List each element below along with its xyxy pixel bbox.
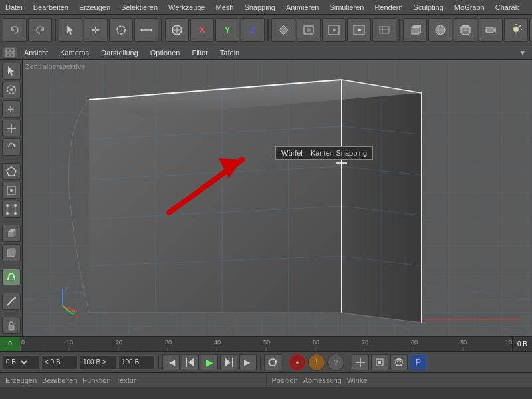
x-constraint-button[interactable]: X (190, 18, 214, 42)
warning-btn[interactable]: ! (308, 354, 325, 371)
status-textur[interactable]: Textur (116, 376, 136, 384)
bevel-btn[interactable] (2, 244, 21, 261)
timeline-end-label: 0 B (512, 337, 532, 352)
view-filter[interactable]: Filter (186, 47, 213, 58)
menu-simulieren[interactable]: Simulieren (324, 2, 369, 13)
svg-point-30 (513, 27, 519, 32)
render-all-button[interactable] (347, 18, 371, 42)
viewport-icon-btn[interactable] (3, 47, 17, 59)
menu-rendern[interactable]: Rendern (369, 2, 408, 13)
toolbar: ✛ X Y Z (0, 15, 532, 45)
scale-btn[interactable] (2, 120, 21, 137)
menu-sculpting[interactable]: Sculpting (408, 2, 449, 13)
sphere-button[interactable] (428, 18, 452, 42)
record-btn[interactable]: ● (289, 354, 306, 371)
snap-settings-btn[interactable] (371, 354, 388, 370)
status-bearbeiten[interactable]: Bearbeiten (42, 376, 77, 384)
undo-button[interactable] (3, 18, 27, 42)
view-tafeln[interactable]: Tafeln (215, 47, 245, 58)
knife-btn[interactable] (2, 293, 21, 310)
menu-mograph[interactable]: MoGraph (449, 2, 490, 13)
svg-text:70: 70 (362, 339, 368, 346)
point-btn[interactable] (2, 201, 21, 218)
menu-bearbeiten[interactable]: Bearbeiten (28, 2, 74, 13)
select-tool-btn[interactable] (2, 63, 21, 80)
loop-btn[interactable] (264, 354, 281, 370)
animation-settings-btn[interactable] (390, 354, 408, 370)
transport-field-4[interactable]: 100 B (118, 355, 155, 370)
menu-snapping[interactable]: Snapping (239, 2, 281, 13)
y-constraint-button[interactable]: Y (215, 18, 239, 42)
menu-datei[interactable]: Datei (0, 2, 28, 13)
light-button[interactable] (504, 18, 528, 42)
viewport-options-btn[interactable]: ▼ (516, 47, 529, 59)
anim-key-button[interactable] (271, 18, 295, 42)
status-erzeugen[interactable]: Erzeugen (5, 376, 37, 384)
z-constraint-button[interactable]: Z (241, 18, 265, 42)
lock-btn[interactable] (2, 317, 21, 334)
prev-keyframe-btn[interactable] (182, 354, 199, 370)
view-optionen[interactable]: Optionen (145, 47, 186, 58)
svg-marker-13 (332, 28, 336, 32)
transport-field-3[interactable]: 100 B > (80, 355, 116, 370)
play-btn[interactable]: ▶ (201, 354, 218, 370)
render-settings-button[interactable] (372, 18, 396, 42)
menu-werkzeuge[interactable]: Werkzeuge (163, 2, 210, 13)
camera-button[interactable] (479, 18, 503, 42)
3d-viewport[interactable]: Zentralperspektive (23, 60, 532, 336)
move-btn[interactable]: ✛ (2, 100, 21, 118)
live-selection-btn[interactable] (2, 82, 21, 99)
redo-button[interactable] (28, 18, 52, 42)
svg-marker-29 (493, 27, 496, 33)
svg-marker-9 (279, 25, 288, 35)
view-ansicht[interactable]: Ansicht (19, 47, 53, 58)
transport-field-2[interactable]: < 0 B (41, 355, 78, 370)
timeline-ruler[interactable]: 0 10 20 30 40 50 60 70 80 90 100 (20, 337, 512, 352)
svg-rect-72 (9, 325, 14, 330)
magnet-btn[interactable] (2, 269, 21, 286)
viewport-perspective-label: Zentralperspektive (25, 63, 86, 70)
transport-sep-4 (348, 355, 348, 370)
scale-tool-button[interactable] (134, 18, 158, 42)
info-btn[interactable]: ? (327, 354, 344, 371)
transport-field-1[interactable]: 0 B B (3, 355, 39, 370)
edge-btn[interactable] (2, 182, 21, 199)
next-frame-end-btn[interactable]: ▶| (239, 354, 257, 370)
svg-marker-50 (8, 66, 14, 76)
view-darstellung[interactable]: Darstellung (96, 47, 144, 58)
cursor-tool-button[interactable] (59, 18, 82, 42)
cylinder-button[interactable] (454, 18, 477, 42)
svg-marker-21 (418, 25, 421, 34)
null-button[interactable] (165, 18, 189, 42)
menu-charak[interactable]: Charak (490, 2, 524, 13)
svg-text:10: 10 (66, 339, 73, 346)
menu-mesh[interactable]: Mesh (210, 2, 239, 13)
svg-rect-47 (11, 49, 14, 52)
menubar: Datei Bearbeiten Erzeugen Selektieren We… (0, 0, 532, 15)
menu-animieren[interactable]: Animieren (281, 2, 325, 13)
view-kameras[interactable]: Kameras (55, 47, 94, 58)
render-btn[interactable]: P (410, 354, 427, 370)
svg-text:Z: Z (72, 310, 76, 317)
svg-point-59 (10, 189, 13, 192)
polygon-btn[interactable] (2, 163, 21, 180)
coord-btn[interactable] (352, 354, 369, 370)
next-keyframe-btn[interactable] (220, 354, 237, 370)
status-winkel-label: Winkel (347, 376, 369, 384)
rotate-tool-button[interactable] (109, 18, 133, 42)
menu-erzeugen[interactable]: Erzeugen (74, 2, 116, 13)
render-view-button[interactable] (297, 18, 321, 42)
move-tool-button[interactable]: ✛ (84, 18, 108, 42)
material-button[interactable] (529, 18, 532, 42)
render-active-button[interactable] (322, 18, 346, 42)
svg-marker-4 (140, 29, 142, 31)
transport-select-1[interactable]: B (16, 356, 29, 368)
menu-selektieren[interactable]: Selektieren (116, 2, 163, 13)
prev-frame-start-btn[interactable]: |◀ (162, 354, 180, 370)
svg-text:100: 100 (505, 339, 512, 346)
status-funktion[interactable]: Funktion (82, 376, 110, 384)
extrude-btn[interactable] (2, 225, 21, 242)
rotate-btn[interactable] (2, 138, 21, 156)
left-sep-5 (3, 313, 19, 314)
cube-button[interactable] (403, 18, 427, 42)
